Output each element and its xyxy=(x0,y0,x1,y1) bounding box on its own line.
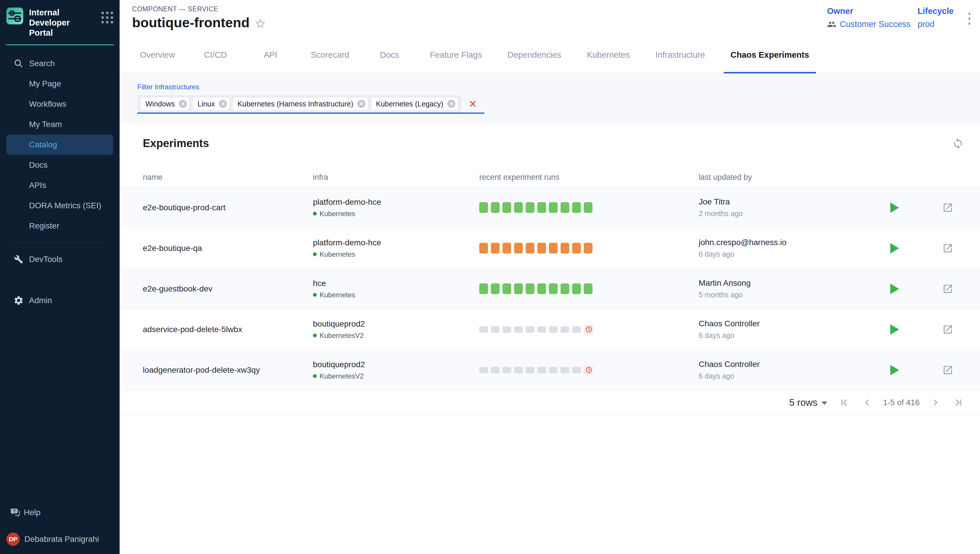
filter-chip[interactable]: Kubernetes (Harness Infrastructure)× xyxy=(233,97,368,110)
run-empty[interactable] xyxy=(479,367,488,373)
filter-chip[interactable]: Linux× xyxy=(193,97,229,110)
run-empty[interactable] xyxy=(526,367,535,373)
sidebar-item-my-page[interactable]: My Page xyxy=(6,74,113,94)
chip-remove-icon[interactable]: × xyxy=(179,100,187,108)
sidebar-item-catalog[interactable]: Catalog xyxy=(6,135,113,155)
run-success[interactable] xyxy=(503,202,511,213)
run-experiment-play-button[interactable] xyxy=(890,365,899,375)
next-page-button[interactable] xyxy=(929,396,942,409)
open-experiment-launch-icon[interactable] xyxy=(942,324,953,335)
run-success[interactable] xyxy=(491,283,500,294)
run-empty[interactable] xyxy=(503,367,511,373)
run-empty[interactable] xyxy=(572,367,581,373)
run-failed[interactable] xyxy=(479,243,488,253)
sidebar-item-search[interactable]: Search xyxy=(6,53,113,74)
chip-remove-icon[interactable]: × xyxy=(219,100,227,108)
previous-page-button[interactable] xyxy=(861,396,873,409)
run-empty[interactable] xyxy=(514,326,523,333)
run-experiment-play-button[interactable] xyxy=(890,324,899,335)
user-menu[interactable]: DP Debabrata Panigrahi xyxy=(6,529,113,549)
run-failed[interactable] xyxy=(549,243,558,253)
sidebar-item-help[interactable]: ? Help xyxy=(6,502,113,523)
run-failed[interactable] xyxy=(560,243,569,253)
run-success[interactable] xyxy=(584,202,592,213)
sidebar-item-admin[interactable]: Admin xyxy=(6,290,113,310)
run-success[interactable] xyxy=(491,202,500,213)
sidebar-item-workflows[interactable]: Workflows xyxy=(6,94,113,114)
run-success[interactable] xyxy=(514,283,523,294)
run-success[interactable] xyxy=(572,202,581,213)
tab-infrastructure[interactable]: Infrastructure xyxy=(648,38,712,73)
tab-scorecard[interactable]: Scorecard xyxy=(304,38,356,73)
run-empty[interactable] xyxy=(549,367,558,373)
run-empty[interactable] xyxy=(491,326,500,333)
run-success[interactable] xyxy=(537,202,546,213)
run-empty[interactable] xyxy=(560,326,569,333)
first-page-button[interactable] xyxy=(838,396,851,409)
run-empty[interactable] xyxy=(560,367,569,373)
kebab-menu-icon[interactable] xyxy=(967,11,972,26)
run-empty[interactable] xyxy=(572,326,581,333)
filter-chip[interactable]: Windows× xyxy=(141,97,189,110)
refresh-icon[interactable] xyxy=(952,138,964,150)
run-empty[interactable] xyxy=(537,367,546,373)
tab-chaos-experiments[interactable]: Chaos Experiments xyxy=(724,38,816,73)
run-failed[interactable] xyxy=(526,243,535,253)
run-scheduled-clock-icon[interactable] xyxy=(584,325,594,334)
sidebar-item-my-team[interactable]: My Team xyxy=(6,114,113,135)
run-failed[interactable] xyxy=(514,243,523,253)
apps-grid-icon[interactable] xyxy=(101,11,113,24)
run-empty[interactable] xyxy=(503,326,511,333)
run-failed[interactable] xyxy=(537,243,546,253)
run-failed[interactable] xyxy=(491,243,500,253)
run-empty[interactable] xyxy=(537,326,546,333)
sidebar-item-register[interactable]: Register xyxy=(6,216,113,236)
run-empty[interactable] xyxy=(549,326,558,333)
tab-overview[interactable]: Overview xyxy=(133,38,182,73)
sidebar-item-devtools[interactable]: DevTools xyxy=(6,249,113,269)
run-failed[interactable] xyxy=(584,243,592,253)
run-empty[interactable] xyxy=(479,326,488,333)
tab-dependencies[interactable]: Dependencies xyxy=(500,38,568,73)
run-success[interactable] xyxy=(549,202,558,213)
infrastructure-filter-input[interactable]: Windows×Linux×Kubernetes (Harness Infras… xyxy=(137,95,485,114)
open-experiment-launch-icon[interactable] xyxy=(942,243,953,254)
tab-docs[interactable]: Docs xyxy=(368,38,411,73)
clear-filters-icon[interactable] xyxy=(468,99,477,108)
run-empty[interactable] xyxy=(491,367,500,373)
run-success[interactable] xyxy=(549,283,558,294)
run-experiment-play-button[interactable] xyxy=(890,243,899,253)
last-page-button[interactable] xyxy=(952,396,965,409)
run-success[interactable] xyxy=(560,202,569,213)
run-experiment-play-button[interactable] xyxy=(890,284,899,294)
run-success[interactable] xyxy=(479,283,488,294)
run-failed[interactable] xyxy=(503,243,511,253)
tab-api[interactable]: API xyxy=(249,38,292,73)
chip-remove-icon[interactable]: × xyxy=(358,100,366,108)
run-experiment-play-button[interactable] xyxy=(890,202,899,213)
run-failed[interactable] xyxy=(572,243,581,253)
tab-ci-cd[interactable]: CI/CD xyxy=(194,38,237,73)
owner-link[interactable]: Customer Success xyxy=(840,19,910,29)
run-success[interactable] xyxy=(514,202,523,213)
run-success[interactable] xyxy=(503,283,511,294)
run-success[interactable] xyxy=(526,202,535,213)
tab-feature-flags[interactable]: Feature Flags xyxy=(423,38,489,73)
favorite-star-icon[interactable] xyxy=(254,18,267,30)
sidebar-item-dora-metrics-sei-[interactable]: DORA Metrics (SEI) xyxy=(6,196,113,216)
chip-remove-icon[interactable]: × xyxy=(447,100,455,108)
open-experiment-launch-icon[interactable] xyxy=(942,283,953,295)
run-scheduled-clock-icon[interactable] xyxy=(584,365,594,375)
open-experiment-launch-icon[interactable] xyxy=(942,365,953,376)
run-success[interactable] xyxy=(584,283,592,294)
sidebar-item-docs[interactable]: Docs xyxy=(6,155,113,175)
rows-per-page-select[interactable]: 5 rows xyxy=(789,397,827,408)
run-success[interactable] xyxy=(526,283,535,294)
tab-kubernetes[interactable]: Kubernetes xyxy=(580,38,637,73)
run-success[interactable] xyxy=(572,283,581,294)
open-experiment-launch-icon[interactable] xyxy=(942,202,953,213)
sidebar-item-apis[interactable]: APIs xyxy=(6,175,113,196)
run-success[interactable] xyxy=(537,283,546,294)
run-success[interactable] xyxy=(479,202,488,213)
run-empty[interactable] xyxy=(514,367,523,373)
